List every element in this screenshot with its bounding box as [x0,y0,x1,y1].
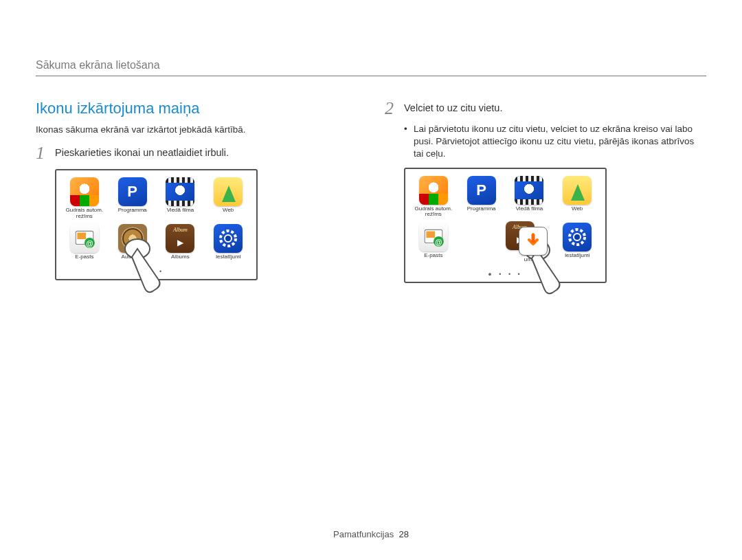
home-screen-illustration-1: Gudrais autom. režīms Programma Viedā fi… [55,169,258,280]
svg-point-6 [225,235,232,242]
app-label: Programma [467,206,496,219]
home-screen-illustration-2: Gudrais autom. režīms Programma Viedā fi… [404,168,607,283]
app-label: Iestatījumi [565,253,589,265]
step-text: Velciet to uz citu vietu. [404,100,706,113]
right-column: 2 Velciet to uz citu vietu. Lai pārvieto… [385,100,706,283]
program-icon [118,177,147,206]
app-label: E-pasts [424,253,442,265]
page-footer: Pamatfunkcijas 28 [0,529,742,539]
chapter-heading: Sākuma ekrāna lietošana [36,59,706,76]
app-smart-movie: Viedā filma [158,177,203,220]
svg-rect-3 [77,233,86,240]
step-2-note: Lai pārvietotu ikonu uz citu vietu, velc… [404,123,706,161]
web-upload-icon [214,177,243,206]
settings-gear-icon [214,224,243,253]
left-column: Ikonu izkārtojuma maiņa Ikonas sākuma ek… [36,100,357,283]
svg-rect-10 [426,231,435,238]
program-icon [467,176,496,205]
app-label: Programma [118,208,147,220]
step-2: 2 Velciet to uz citu vietu. [385,100,706,117]
app-label: Autom. d [122,254,144,267]
section-title: Ikonu izkārtojuma maiņa [36,100,357,117]
app-email: @ E-pasts [62,224,107,267]
email-icon: @ [419,223,448,251]
app-album-dragging: ums [507,223,552,269]
app-album: Albums [158,224,203,267]
app-label: Viedā filma [516,206,543,219]
svg-text:@: @ [86,239,93,247]
app-settings: Iestatījumi [554,223,600,269]
svg-point-13 [574,234,581,240]
app-label: Web [223,208,234,220]
app-auto-backup: Autom. d [110,224,155,267]
app-program: Programma [459,176,504,219]
page-indicator: ● • [62,268,251,275]
app-label: ums [524,257,535,269]
app-label: Gudrais autom. režīms [66,208,104,220]
app-label: E-pasts [75,254,93,267]
section-intro: Ikonas sākuma ekrānā var izkārtot jebkād… [36,124,357,135]
step-number: 1 [36,144,55,162]
step-text: Pieskarieties ikonai un neatlaidiet irbu… [55,144,357,158]
drag-arrow-icon [519,227,548,256]
backup-icon [118,224,147,253]
bullet-text: Lai pārvietotu ikonu uz citu vietu, velc… [404,123,706,161]
smart-auto-icon [419,176,448,205]
app-smart-auto: Gudrais autom. režīms [411,176,456,219]
app-label: Web [572,206,583,219]
step-number: 2 [385,100,404,117]
app-web: Web [554,176,600,219]
step-1: 1 Pieskarieties ikonai un neatlaidiet ir… [36,144,357,162]
app-settings: Iestatījumi [205,224,251,267]
footer-page-number: 28 [398,529,408,539]
app-empty-slot [459,223,504,269]
app-label: Iestatījumi [216,254,240,267]
svg-text:@: @ [435,237,442,245]
app-smart-movie: Viedā filma [507,176,552,219]
divider [36,76,706,76]
app-email: @ E-pasts [411,223,456,269]
footer-label: Pamatfunkcijas [333,529,394,539]
movie-icon [166,177,194,206]
page-indicator: ● • • • [411,271,600,278]
smart-auto-icon [70,177,99,206]
app-label: Albums [171,254,190,267]
email-icon: @ [70,224,99,253]
movie-icon [515,176,543,205]
app-label: Viedā filma [167,208,194,220]
settings-gear-icon [563,223,592,251]
app-smart-auto: Gudrais autom. režīms [62,177,107,220]
web-upload-icon [563,176,592,205]
album-icon [166,224,194,253]
app-program: Programma [110,177,155,220]
app-label: Gudrais autom. režīms [415,206,453,219]
app-web: Web [205,177,251,220]
